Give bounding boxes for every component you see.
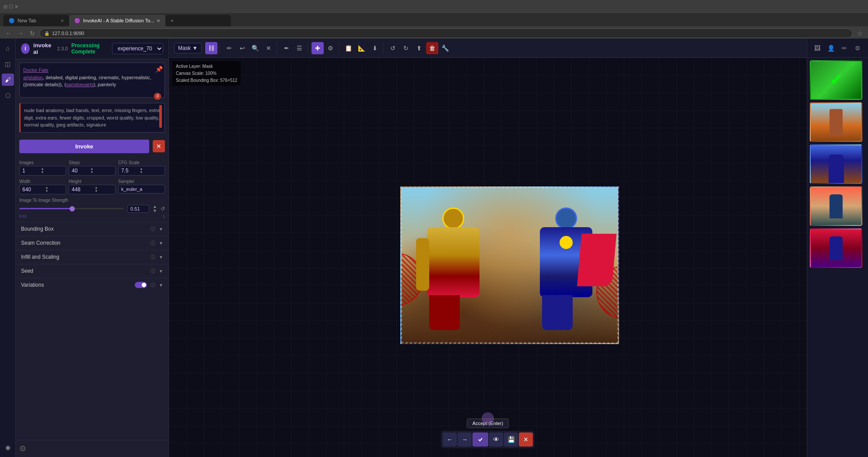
- sidebar-icon-nodes[interactable]: ⬡: [2, 89, 14, 102]
- steps-input[interactable]: [72, 168, 89, 174]
- strength-step-up[interactable]: ▲: [153, 204, 157, 209]
- toolbar-redo-btn[interactable]: ↻: [400, 42, 412, 54]
- height-input[interactable]: [72, 186, 94, 193]
- images-label: Images: [19, 160, 66, 165]
- toolbar-link-btn[interactable]: ⛓: [205, 42, 217, 54]
- reload-button[interactable]: ↻: [28, 29, 37, 38]
- sidebar-icon-layers[interactable]: ◫: [2, 58, 14, 70]
- eye-button[interactable]: 👁: [489, 432, 503, 446]
- infill-section[interactable]: Infill and Scaling ⓘ ▼: [16, 250, 168, 264]
- processing-status: Processing Complete: [71, 42, 107, 55]
- variations-section[interactable]: Variations ⓘ ▼: [16, 278, 168, 292]
- toolbar-zoom-btn[interactable]: 🔍: [249, 42, 262, 54]
- canvas-main-image[interactable]: [400, 186, 619, 344]
- bounding-box-info-icon[interactable]: ⓘ: [150, 226, 155, 232]
- accept-button[interactable]: [472, 432, 488, 446]
- width-input[interactable]: [22, 186, 44, 193]
- toolbar-menu-btn[interactable]: ☰: [294, 42, 306, 54]
- seam-correction-label: Seam Correction: [21, 240, 150, 246]
- strength-value-input[interactable]: [127, 205, 149, 213]
- seed-info-icon[interactable]: ⓘ: [150, 268, 155, 274]
- next-button[interactable]: →: [458, 432, 472, 446]
- height-step-down[interactable]: ▼: [94, 190, 98, 193]
- invoke-button[interactable]: Invoke: [19, 140, 149, 153]
- toolbar-close-btn[interactable]: ✕: [262, 42, 275, 54]
- seed-chevron-icon[interactable]: ▼: [159, 269, 163, 274]
- tab-close-icon[interactable]: ✕: [157, 18, 160, 23]
- width-stepper: ▲ ▼: [45, 186, 49, 193]
- infill-chevron-icon[interactable]: ▼: [159, 255, 163, 260]
- toolbar-plus-btn[interactable]: ✚: [312, 42, 324, 54]
- images-step-down[interactable]: ▼: [41, 171, 44, 174]
- infill-info-icon[interactable]: ⓘ: [150, 254, 155, 260]
- toolbar-settings-btn[interactable]: 🔧: [439, 42, 452, 54]
- variations-info-icon[interactable]: ⓘ: [150, 282, 155, 288]
- seed-section[interactable]: Seed ⓘ ▼: [16, 264, 168, 278]
- seam-correction-chevron-icon[interactable]: ▼: [159, 241, 163, 246]
- toolbar-pen-btn[interactable]: ✒: [280, 42, 293, 54]
- address-bar[interactable]: 🔒 127.0.0.1:9090: [39, 28, 853, 38]
- positive-prompt-box[interactable]: 📌 Doctor Fate artstation, detailed, digi…: [19, 63, 165, 98]
- thumbnail-3[interactable]: [810, 144, 862, 184]
- main-canvas-area[interactable]: Active Layer: Mask Canvas Scale: 100% Sc…: [169, 58, 807, 457]
- thumbnail-2[interactable]: [810, 102, 862, 142]
- cfg-label: CFG Scale: [118, 160, 165, 165]
- toolbar-measure-btn[interactable]: 📐: [356, 42, 368, 54]
- toolbar-gear-btn[interactable]: ⚙: [325, 42, 337, 54]
- steps-stepper: ▲ ▼: [90, 167, 94, 174]
- save-button[interactable]: 💾: [504, 432, 518, 446]
- variations-toggle[interactable]: [135, 282, 147, 288]
- mask-dropdown[interactable]: Mask ▼: [174, 43, 202, 53]
- browser-tab-newtab[interactable]: 🔵 New Tab ✕: [4, 15, 69, 26]
- strength-step-down[interactable]: ▼: [153, 209, 157, 213]
- tab-close-icon[interactable]: ✕: [60, 18, 64, 23]
- cancel-button[interactable]: ✕: [153, 140, 165, 152]
- experience-selector[interactable]: experience_70: [112, 43, 163, 54]
- toolbar-eraser-btn[interactable]: ↩: [236, 42, 248, 54]
- toolbar-upload-btn[interactable]: ⬆: [413, 42, 425, 54]
- cfg-input[interactable]: [121, 168, 139, 174]
- close-button[interactable]: ✕: [519, 432, 533, 446]
- steps-step-down[interactable]: ▼: [90, 171, 94, 174]
- panel-settings-icon[interactable]: ⚙: [853, 43, 863, 53]
- toolbar-clipboard-btn[interactable]: 📋: [343, 42, 355, 54]
- seam-correction-info-icon[interactable]: ⓘ: [150, 240, 155, 246]
- hero-right: [531, 203, 601, 334]
- toolbar-delete-btn[interactable]: 🗑: [426, 42, 438, 54]
- user-icon[interactable]: 👤: [826, 43, 836, 53]
- browser-title-bar: ⊟ ☐ ✕: [0, 0, 868, 13]
- thumbnail-5[interactable]: [810, 228, 862, 268]
- bounding-box-section[interactable]: Bounding Box ⓘ ▼: [16, 222, 168, 236]
- pin-icon[interactable]: 📌: [155, 65, 163, 74]
- window-controls[interactable]: ⊟ ☐ ✕: [4, 4, 18, 10]
- forward-button[interactable]: →: [16, 29, 25, 38]
- sidebar-icon-paint[interactable]: 🖌: [2, 74, 14, 86]
- toolbar-download-btn[interactable]: ⬇: [369, 42, 381, 54]
- bookmark-icon[interactable]: ☆: [855, 29, 864, 38]
- cfg-input-row: ▲ ▼: [118, 166, 165, 176]
- seam-correction-section[interactable]: Seam Correction ⓘ ▼: [16, 236, 168, 250]
- back-button[interactable]: ←: [4, 29, 13, 38]
- toolbar-pencil-btn[interactable]: ✏: [223, 42, 235, 54]
- sidebar-icon-home[interactable]: ⌂: [2, 42, 14, 54]
- strength-slider[interactable]: [19, 208, 124, 209]
- edit-icon[interactable]: ✏: [839, 43, 850, 53]
- thumbnail-1[interactable]: ✓: [810, 60, 862, 100]
- bounding-box-chevron-icon[interactable]: ▼: [159, 227, 163, 232]
- cfg-step-down[interactable]: ▼: [140, 171, 143, 174]
- toolbar-undo-btn[interactable]: ↺: [387, 42, 399, 54]
- hero-arm-left: [416, 238, 429, 291]
- gallery-view-icon[interactable]: 🖼: [812, 43, 822, 53]
- sampler-select[interactable]: k_euler_a: [118, 185, 165, 193]
- prev-button[interactable]: ←: [443, 432, 457, 446]
- width-step-down[interactable]: ▼: [45, 190, 49, 193]
- browser-tab-invoke[interactable]: 🟣 InvokeAI - A Stable Diffusion To... ✕: [69, 15, 165, 26]
- sidebar-icon-gallery[interactable]: ◉: [2, 441, 14, 453]
- browser-tab-new[interactable]: +: [165, 15, 231, 26]
- thumbnail-4[interactable]: [810, 186, 862, 226]
- variations-chevron-icon[interactable]: ▼: [159, 283, 163, 288]
- negative-prompt-box[interactable]: nude bad anatomy, bad hands, text, error…: [19, 103, 165, 133]
- settings-icon[interactable]: ⚙: [19, 444, 26, 453]
- strength-reset-icon[interactable]: ↺: [161, 206, 165, 212]
- images-input[interactable]: [22, 168, 40, 174]
